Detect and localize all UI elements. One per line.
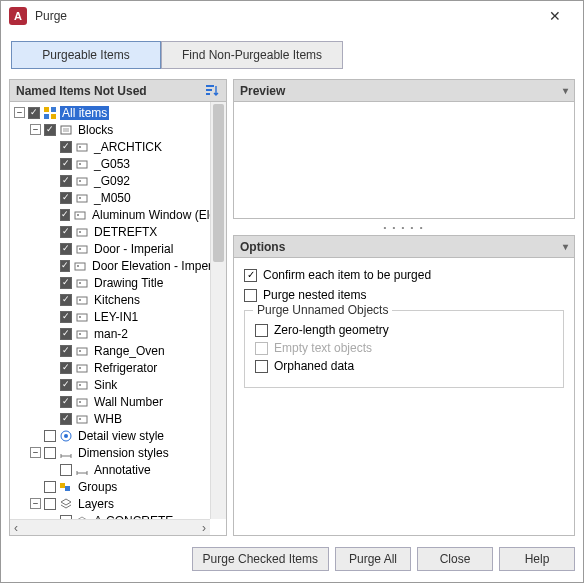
checkbox[interactable] <box>60 260 70 272</box>
checkbox[interactable] <box>60 379 72 391</box>
tree-node-block[interactable]: _ARCHTICK <box>10 138 210 155</box>
checkbox[interactable] <box>60 362 72 374</box>
checkbox[interactable] <box>60 226 72 238</box>
tree-node-detail-view-style[interactable]: Detail view style <box>10 427 210 444</box>
collapse-icon[interactable]: − <box>30 498 41 509</box>
svg-rect-45 <box>60 483 65 488</box>
purge-all-button[interactable]: Purge All <box>335 547 411 571</box>
checkbox[interactable] <box>44 447 56 459</box>
scroll-left-icon[interactable]: ‹ <box>14 521 18 535</box>
tab-purgeable-items[interactable]: Purgeable Items <box>11 41 161 69</box>
option-zero-length[interactable]: Zero-length geometry <box>255 323 553 337</box>
svg-point-36 <box>79 367 81 369</box>
tree-node-layer[interactable]: A-CONCRETE <box>10 512 210 519</box>
svg-rect-5 <box>44 114 49 119</box>
block-icon <box>75 395 89 409</box>
close-button[interactable]: Close <box>417 547 493 571</box>
help-button[interactable]: Help <box>499 547 575 571</box>
option-label: Zero-length geometry <box>274 323 389 337</box>
svg-rect-39 <box>77 399 87 406</box>
tree-node-block[interactable]: Drawing Title <box>10 274 210 291</box>
options-body: Confirm each item to be purged Purge nes… <box>234 258 574 398</box>
option-purge-nested[interactable]: Purge nested items <box>244 288 564 302</box>
block-category-icon <box>59 123 73 137</box>
tree-node-blocks[interactable]: − Blocks <box>10 121 210 138</box>
close-icon[interactable]: ✕ <box>535 8 575 24</box>
tree-node-groups[interactable]: Groups <box>10 478 210 495</box>
checkbox[interactable] <box>60 311 72 323</box>
collapse-icon[interactable]: − <box>14 107 25 118</box>
option-confirm-each[interactable]: Confirm each item to be purged <box>244 268 564 282</box>
checkbox[interactable] <box>60 175 72 187</box>
svg-rect-23 <box>75 263 85 270</box>
chevron-down-icon[interactable]: ▾ <box>563 85 568 96</box>
collapse-icon[interactable]: − <box>30 124 41 135</box>
sort-icon[interactable] <box>204 83 220 99</box>
checkbox[interactable] <box>60 158 72 170</box>
tree-container: − All items − Blocks _ARCHTICK _G053 _G0… <box>10 102 226 535</box>
checkbox[interactable] <box>60 192 72 204</box>
checkbox[interactable] <box>244 269 257 282</box>
checkbox[interactable] <box>244 289 257 302</box>
svg-rect-11 <box>77 161 87 168</box>
tree-node-block[interactable]: _M050 <box>10 189 210 206</box>
horizontal-scrollbar[interactable]: ‹› <box>10 519 210 535</box>
chevron-down-icon[interactable]: ▾ <box>563 241 568 252</box>
checkbox[interactable] <box>60 328 72 340</box>
vertical-scrollbar[interactable] <box>210 102 226 519</box>
checkbox[interactable] <box>60 141 72 153</box>
checkbox[interactable] <box>28 107 40 119</box>
purge-checked-button[interactable]: Purge Checked Items <box>192 547 329 571</box>
scroll-right-icon[interactable]: › <box>202 521 206 535</box>
checkbox[interactable] <box>255 324 268 337</box>
option-orphaned-data[interactable]: Orphaned data <box>255 359 553 373</box>
checkbox[interactable] <box>60 345 72 357</box>
tree-node-block[interactable]: LEY-IN1 <box>10 308 210 325</box>
tree-node-all-items[interactable]: − All items <box>10 104 210 121</box>
checkbox[interactable] <box>44 481 56 493</box>
tab-find-non-purgeable[interactable]: Find Non-Purgeable Items <box>161 41 343 69</box>
checkbox[interactable] <box>44 430 56 442</box>
tree-node-block[interactable]: man-2 <box>10 325 210 342</box>
tree-node-block[interactable]: _G053 <box>10 155 210 172</box>
tree-node-dimension-styles[interactable]: − Dimension styles <box>10 444 210 461</box>
checkbox[interactable] <box>60 277 72 289</box>
tree-node-block[interactable]: Door - Imperial <box>10 240 210 257</box>
checkbox[interactable] <box>60 396 72 408</box>
tree-node-block[interactable]: Wall Number <box>10 393 210 410</box>
checkbox[interactable] <box>60 413 72 425</box>
tree-label: Layers <box>76 497 116 511</box>
tree-node-block[interactable]: DETREFTX <box>10 223 210 240</box>
checkbox[interactable] <box>44 124 56 136</box>
checkbox[interactable] <box>60 209 70 221</box>
checkbox[interactable] <box>255 360 268 373</box>
tree-label: Dimension styles <box>76 446 171 460</box>
block-icon <box>75 378 89 392</box>
checkbox[interactable] <box>60 294 72 306</box>
tree-node-block[interactable]: Kitchens <box>10 291 210 308</box>
tree-label: Detail view style <box>76 429 166 443</box>
scrollbar-thumb[interactable] <box>213 104 224 262</box>
svg-rect-19 <box>77 229 87 236</box>
tree-node-block[interactable]: Refrigerator <box>10 359 210 376</box>
tree-node-block[interactable]: Door Elevation - Imperial <box>10 257 210 274</box>
tree-node-block[interactable]: Aluminum Window (Elevation) <box>10 206 210 223</box>
svg-rect-25 <box>77 280 87 287</box>
svg-rect-29 <box>77 314 87 321</box>
tree-label: _ARCHTICK <box>92 140 164 154</box>
tree-node-block[interactable]: Sink <box>10 376 210 393</box>
checkbox[interactable] <box>44 498 56 510</box>
tree-node-layers[interactable]: − Layers <box>10 495 210 512</box>
checkbox[interactable] <box>60 464 72 476</box>
checkbox[interactable] <box>60 243 72 255</box>
tree-node-block[interactable]: WHB <box>10 410 210 427</box>
tree-node-block[interactable]: _G092 <box>10 172 210 189</box>
tree-label: Kitchens <box>92 293 142 307</box>
splitter-grip[interactable]: • • • • • <box>233 223 575 231</box>
tree[interactable]: − All items − Blocks _ARCHTICK _G053 _G0… <box>10 102 210 519</box>
collapse-icon[interactable]: − <box>30 447 41 458</box>
option-label: Orphaned data <box>274 359 354 373</box>
tree-label: LEY-IN1 <box>92 310 140 324</box>
tree-node-block[interactable]: Range_Oven <box>10 342 210 359</box>
tree-node-dimstyle[interactable]: Annotative <box>10 461 210 478</box>
